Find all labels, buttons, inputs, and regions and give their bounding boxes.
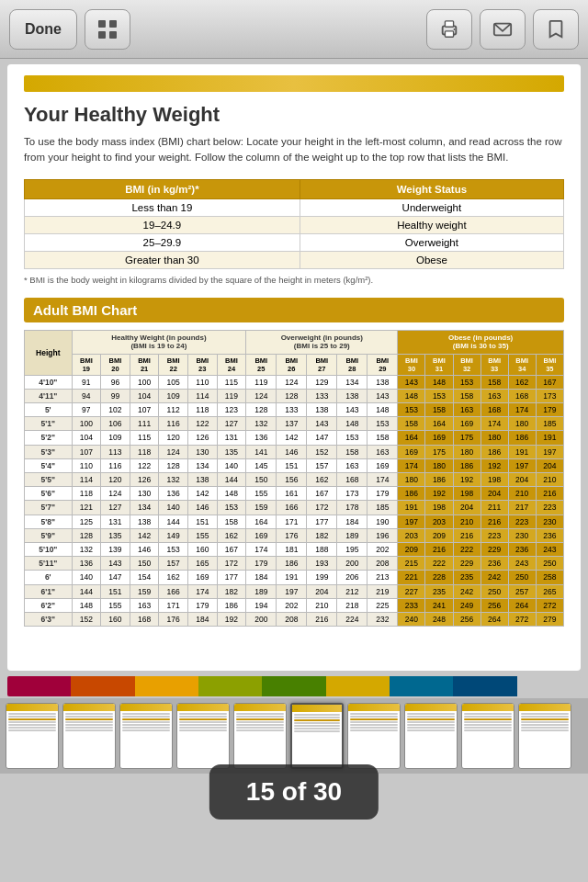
thumbnail[interactable] xyxy=(518,703,571,769)
weight-cell: 236 xyxy=(508,542,536,556)
weight-cell: 121 xyxy=(72,501,101,514)
weight-cell: 250 xyxy=(481,584,508,598)
weight-cell: 134 xyxy=(187,458,217,472)
weight-cell: 175 xyxy=(425,445,453,458)
weight-cell: 110 xyxy=(72,458,101,472)
weight-cell: 204 xyxy=(307,584,337,598)
weight-cell: 143 xyxy=(101,557,130,571)
weight-cell: 153 xyxy=(453,375,481,389)
weight-cell: 229 xyxy=(481,542,508,556)
weight-cell: 113 xyxy=(101,445,130,458)
weight-cell: 250 xyxy=(536,557,563,571)
weight-cell: 138 xyxy=(307,403,337,417)
weight-cell: 198 xyxy=(481,473,508,487)
weight-cell: 100 xyxy=(130,375,159,389)
done-button[interactable]: Done xyxy=(9,9,77,50)
weight-cell: 111 xyxy=(130,417,159,431)
table-row: 6'14014715416216917718419119920621322122… xyxy=(25,571,564,584)
weight-cell: 114 xyxy=(72,473,101,487)
thumbnail[interactable] xyxy=(461,703,514,769)
color-swatch xyxy=(517,676,581,696)
weight-cell: 163 xyxy=(453,403,481,417)
weight-cell: 147 xyxy=(307,431,337,445)
weight-cell: 153 xyxy=(368,417,398,431)
page-indicator: 15 of 30 xyxy=(209,764,379,820)
weight-cell: 128 xyxy=(72,528,101,542)
height-cell: 5'7" xyxy=(25,501,73,514)
grid-button[interactable] xyxy=(85,9,130,50)
weight-cell: 192 xyxy=(425,487,453,501)
weight-cell: 159 xyxy=(130,584,159,598)
weight-cell: 148 xyxy=(337,417,368,431)
weight-cell: 193 xyxy=(307,557,337,571)
height-cell: 5'10" xyxy=(25,542,73,556)
weight-cell: 122 xyxy=(130,458,159,472)
bookmark-button[interactable] xyxy=(533,9,579,50)
weight-cell: 134 xyxy=(337,375,368,389)
thumbnail[interactable] xyxy=(233,703,287,769)
weight-cell: 204 xyxy=(481,487,508,501)
weight-cell: 173 xyxy=(536,389,563,402)
weight-cell: 164 xyxy=(398,431,425,445)
table-cell: 19–24.9 xyxy=(25,216,300,233)
weight-cell: 100 xyxy=(72,417,101,431)
weight-cell: 162 xyxy=(159,571,188,584)
weight-cell: 159 xyxy=(246,501,277,514)
bmi-number-header: BMI 31 xyxy=(425,354,453,375)
weight-cell: 176 xyxy=(159,612,188,626)
weight-cell: 216 xyxy=(536,487,563,501)
weight-cell: 185 xyxy=(368,501,398,514)
thumbnail[interactable] xyxy=(347,703,401,769)
weight-cell: 208 xyxy=(368,557,398,571)
weight-cell: 153 xyxy=(425,389,453,402)
print-button[interactable] xyxy=(426,9,472,50)
weight-cell: 211 xyxy=(481,501,508,514)
weight-cell: 119 xyxy=(246,375,277,389)
weight-cell: 107 xyxy=(130,403,159,417)
color-swatch xyxy=(262,676,325,696)
weight-cell: 147 xyxy=(101,571,130,584)
thumbnail[interactable] xyxy=(6,703,59,769)
weight-cell: 172 xyxy=(217,557,246,571)
weight-cell: 182 xyxy=(217,584,246,598)
weight-cell: 169 xyxy=(398,445,425,458)
thumbnail[interactable] xyxy=(62,703,116,769)
weight-cell: 225 xyxy=(368,598,398,612)
weight-cell: 110 xyxy=(187,375,217,389)
thumbnail[interactable] xyxy=(176,703,230,769)
weight-cell: 151 xyxy=(277,458,307,472)
bmi-number-header: BMI 34 xyxy=(508,354,536,375)
thumb-strip[interactable] xyxy=(0,698,588,774)
weight-cell: 186 xyxy=(481,445,508,458)
weight-cell: 230 xyxy=(508,528,536,542)
height-cell: 5'6" xyxy=(25,487,73,501)
thumbnail[interactable] xyxy=(404,703,458,769)
weight-cell: 127 xyxy=(217,417,246,431)
thumbnail[interactable] xyxy=(290,703,344,769)
weight-cell: 180 xyxy=(481,431,508,445)
weight-cell: 212 xyxy=(337,584,368,598)
weight-cell: 158 xyxy=(453,389,481,402)
weight-cell: 200 xyxy=(246,612,277,626)
weight-cell: 138 xyxy=(337,389,368,402)
weight-cell: 186 xyxy=(398,487,425,501)
weight-cell: 179 xyxy=(187,598,217,612)
weight-cell: 235 xyxy=(453,571,481,584)
weight-cell: 218 xyxy=(337,598,368,612)
weight-cell: 186 xyxy=(277,557,307,571)
weight-cell: 137 xyxy=(277,417,307,431)
thumbnail[interactable] xyxy=(119,703,173,769)
weight-cell: 188 xyxy=(307,542,337,556)
weight-cell: 109 xyxy=(101,431,130,445)
table-row: 6'2"148155163171179186194202210218225233… xyxy=(25,598,564,612)
weight-cell: 171 xyxy=(159,598,188,612)
weight-cell: 224 xyxy=(337,612,368,626)
svg-rect-2 xyxy=(98,31,106,39)
weight-cell: 162 xyxy=(508,375,536,389)
height-cell: 6'2" xyxy=(25,598,73,612)
bmi-number-header: BMI 22 xyxy=(159,354,188,375)
weight-cell: 136 xyxy=(159,487,188,501)
mail-button[interactable] xyxy=(480,9,526,50)
weight-cell: 184 xyxy=(246,571,277,584)
bmi-col-header: BMI (in kg/m²)* xyxy=(25,179,300,198)
